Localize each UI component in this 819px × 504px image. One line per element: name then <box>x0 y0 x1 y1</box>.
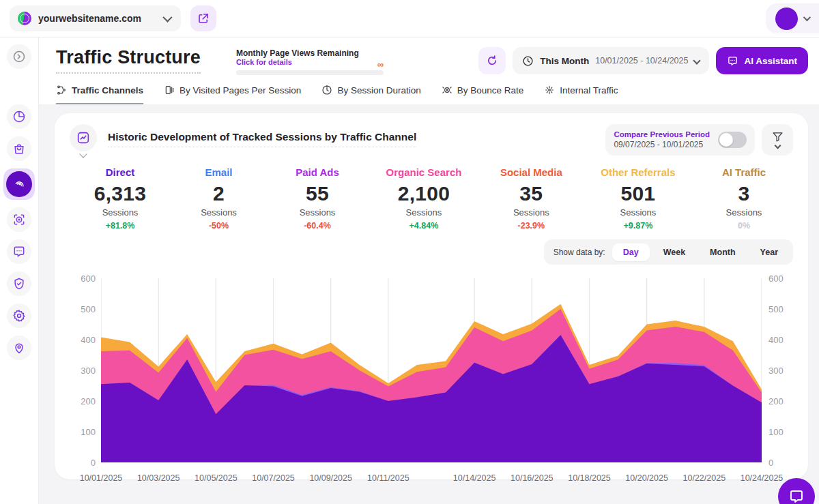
tab-session-duration[interactable]: By Session Duration <box>321 85 420 104</box>
y-tick-label: 300 <box>768 366 784 376</box>
tab-bounce-rate[interactable]: By Bounce Rate <box>442 85 524 104</box>
granularity-option-year[interactable]: Year <box>749 243 789 261</box>
y-tick-label: 400 <box>768 335 784 345</box>
duration-icon <box>321 85 332 95</box>
channel-stats: Direct6,313Sessions+81.8%Email2Sessions-… <box>70 155 793 231</box>
y-tick-label: 0 <box>91 458 96 468</box>
x-tick-label: 10/01/2025 <box>80 473 123 483</box>
sidebar-item-feedback[interactable] <box>7 239 31 264</box>
granularity-option-day[interactable]: Day <box>612 243 650 261</box>
collapse-arrow-icon <box>12 50 26 63</box>
channel-unit: Sessions <box>601 207 675 218</box>
channel-stat-ai-traffic[interactable]: AI Traffic3Sessions0% <box>714 166 774 231</box>
y-tick-label: 600 <box>768 273 784 284</box>
channel-name: Organic Search <box>386 166 462 178</box>
user-menu[interactable] <box>766 3 819 33</box>
shield-check-icon <box>12 277 26 291</box>
ai-assistant-label: AI Assistant <box>744 56 797 66</box>
date-range-selector[interactable]: This Month 10/01/2025 - 10/24/2025 <box>513 47 709 74</box>
traffic-spiral-icon <box>12 177 26 191</box>
channel-unit: Sessions <box>500 207 562 218</box>
chat-icon <box>788 488 805 504</box>
x-tick-label: 10/16/2025 <box>511 473 554 483</box>
monthly-page-views: Monthly Page Views Remaining Click for d… <box>236 47 384 75</box>
x-tick-label: 10/18/2025 <box>568 473 611 483</box>
sidebar-item-dashboard[interactable] <box>7 104 31 129</box>
channel-name: Paid Ads <box>287 166 347 178</box>
channel-unit: Sessions <box>714 207 774 218</box>
channel-stat-organic-search[interactable]: Organic Search2,100Sessions+4.84% <box>386 166 462 231</box>
tab-bar: Traffic Channels By Visited Pages Per Se… <box>56 85 808 104</box>
granularity-option-week[interactable]: Week <box>652 243 696 261</box>
refresh-button[interactable] <box>478 47 506 74</box>
channel-stat-paid-ads[interactable]: Paid Ads55Sessions-60.4% <box>287 166 347 231</box>
sidebar-item-settings[interactable] <box>7 303 31 328</box>
sidebar-item-locations[interactable] <box>7 336 31 360</box>
chat-bubble-icon <box>12 245 26 258</box>
globe-icon <box>18 12 31 25</box>
channel-delta: +9.87% <box>601 221 675 231</box>
sidebar-item-ecommerce[interactable] <box>7 136 31 161</box>
compare-toggle[interactable] <box>718 132 747 148</box>
channel-delta: -23.9% <box>500 221 562 231</box>
channel-name: Other Referrals <box>601 166 675 178</box>
x-tick-label: 10/05/2025 <box>195 473 238 483</box>
channel-sessions-value: 35 <box>500 182 562 205</box>
channel-delta: -60.4% <box>287 221 347 231</box>
channel-unit: Sessions <box>189 207 249 218</box>
chart-type-selector[interactable] <box>70 124 97 151</box>
y-tick-label: 0 <box>768 458 773 468</box>
y-tick-label: 500 <box>81 304 96 314</box>
map-pin-icon <box>12 341 26 355</box>
channel-stat-other-referrals[interactable]: Other Referrals501Sessions+9.87% <box>601 166 675 231</box>
channel-stat-email[interactable]: Email2Sessions-50% <box>189 166 249 231</box>
x-tick-label: 10/07/2025 <box>252 473 295 483</box>
page-header: Traffic Structure Monthly Page Views Rem… <box>39 38 819 104</box>
sidebar-item-goals[interactable] <box>7 207 31 232</box>
channel-sessions-value: 2 <box>189 182 249 205</box>
infinity-quota: ∞ <box>377 59 384 70</box>
sidebar-item-security[interactable] <box>7 271 31 296</box>
open-site-button[interactable] <box>190 5 216 31</box>
filter-button[interactable] <box>762 124 793 155</box>
granularity-option-month[interactable]: Month <box>699 243 746 261</box>
granularity-switcher: Show data by: DayWeekMonthYear <box>544 239 793 265</box>
channel-name: Email <box>189 166 249 178</box>
y-tick-label: 500 <box>768 304 784 314</box>
mpv-progress-bar <box>236 70 384 75</box>
tab-internal-traffic[interactable]: Internal Traffic <box>544 85 618 104</box>
channel-delta: -50% <box>189 221 249 231</box>
y-axis-right: 0100200300400500600 <box>762 271 793 469</box>
channel-delta: +4.84% <box>386 221 462 231</box>
tab-visited-pages[interactable]: By Visited Pages Per Session <box>164 85 301 104</box>
avatar <box>775 8 798 30</box>
sidebar-collapse-button[interactable] <box>7 44 31 69</box>
tab-traffic-channels[interactable]: Traffic Channels <box>56 85 143 104</box>
refresh-icon <box>486 55 498 67</box>
x-tick-label: 10/24/2025 <box>741 473 784 483</box>
chart-title: Historic Development of Tracked Sessions… <box>108 131 416 147</box>
channel-stat-social-media[interactable]: Social Media35Sessions-23.9% <box>500 166 562 231</box>
chevron-down-icon <box>774 143 781 149</box>
funnel-icon <box>772 132 784 142</box>
stacked-area-plot[interactable] <box>101 271 762 469</box>
page-title: Traffic Structure <box>56 47 201 74</box>
traffic-chart-card: Historic Development of Tracked Sessions… <box>55 113 808 479</box>
site-selector[interactable]: yourwebsitename.com <box>10 5 181 31</box>
internal-traffic-icon <box>544 85 555 95</box>
ai-chat-icon <box>727 55 738 67</box>
channel-delta: +81.8% <box>90 221 150 231</box>
channel-stat-direct[interactable]: Direct6,313Sessions+81.8% <box>90 166 150 231</box>
sidebar-item-traffic-active[interactable] <box>3 168 35 200</box>
mpv-details-link[interactable]: Click for details <box>236 58 384 66</box>
external-link-icon <box>197 12 210 25</box>
sidebar <box>0 38 39 504</box>
channel-name: Direct <box>90 166 150 178</box>
ai-assistant-button[interactable]: AI Assistant <box>716 47 808 74</box>
compare-previous-period: Compare Previous Period 09/07/2025 - 10/… <box>605 124 755 155</box>
y-tick-label: 400 <box>81 335 96 345</box>
channel-unit: Sessions <box>90 207 150 218</box>
y-tick-label: 200 <box>81 396 96 406</box>
channel-unit: Sessions <box>386 207 462 218</box>
sessions-area-chart: 0100200300400500600 10/01/202510/03/2025… <box>70 271 793 488</box>
